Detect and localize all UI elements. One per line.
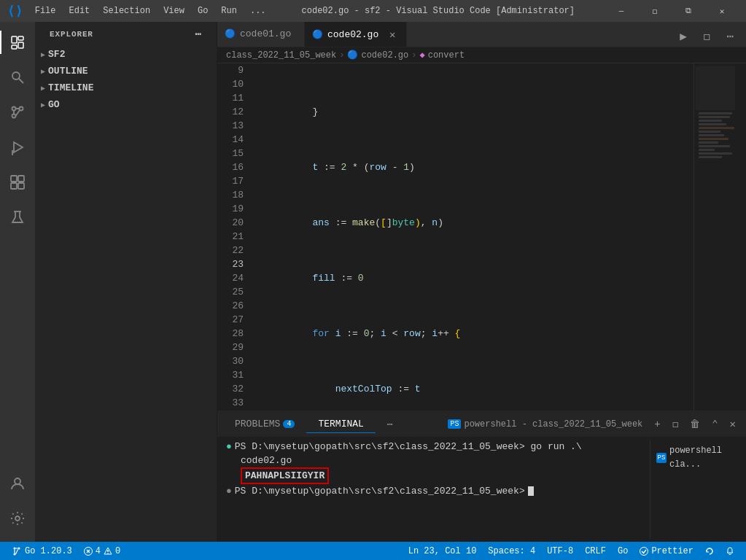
menu-file[interactable]: File: [29, 4, 62, 18]
sidebar-item-timeline[interactable]: ▶ TIMELINE: [35, 79, 217, 96]
window-title: code02.go - sf2 - Visual Studio Code [Ad…: [278, 6, 599, 16]
status-prettier[interactable]: Prettier: [634, 542, 699, 560]
terminal-output-highlight: PAHNAPLSIIGYIR: [226, 467, 329, 484]
run-button[interactable]: ▶: [673, 26, 693, 47]
sidebar-header: Explorer ⋯: [35, 22, 217, 46]
code-line-14: nextColTop := t: [267, 382, 693, 396]
timeline-label: TIMELINE: [48, 82, 93, 93]
status-errors[interactable]: 4 0: [78, 542, 126, 560]
status-eol-label: CRLF: [585, 546, 606, 556]
terminal-line-4: ● PS D:\mysetup\gopath\src\sf2\class_202…: [226, 484, 650, 498]
close-button[interactable]: ✕: [705, 0, 739, 22]
breadcrumb-icon-fn: ◆: [419, 50, 424, 61]
sidebar-item-outline[interactable]: ▶ OUTLINE: [35, 63, 217, 79]
status-bell[interactable]: [720, 542, 740, 560]
status-eol[interactable]: CRLF: [579, 542, 612, 560]
status-git[interactable]: Go 1.20.3: [6, 542, 78, 560]
activity-source-control[interactable]: [0, 95, 35, 130]
tab-actions: ▶ ◻ ⋯: [673, 26, 746, 47]
status-language[interactable]: Go: [612, 542, 634, 560]
status-ln-col: Ln 23, Col 10: [408, 546, 477, 556]
menu-edit[interactable]: Edit: [63, 4, 96, 18]
tab-code02[interactable]: 🔵 code02.go ✕: [305, 22, 407, 47]
svg-point-6: [12, 107, 16, 111]
tab-bar: 🔵 code01.go 🔵 code02.go ✕ ▶ ◻ ⋯: [217, 22, 746, 47]
sidebar-more-button[interactable]: ⋯: [195, 28, 202, 40]
sidebar-item-sf2[interactable]: ▶ SF2: [35, 46, 217, 63]
vertical-scrollbar[interactable]: [736, 63, 746, 411]
svg-point-17: [15, 516, 20, 521]
restore-button[interactable]: ⧉: [672, 0, 705, 22]
breadcrumb-part3[interactable]: convert: [428, 50, 465, 61]
main-layout: Explorer ⋯ ▶ SF2 ▶ OUTLINE ▶ TIMELINE ▶ …: [0, 22, 746, 542]
breadcrumb-part1[interactable]: class_2022_11_05_week: [226, 50, 336, 61]
split-editor-button[interactable]: ◻: [696, 26, 717, 47]
activity-test[interactable]: [0, 200, 35, 235]
menu-view[interactable]: View: [158, 4, 190, 18]
kill-terminal-button[interactable]: 🗑: [685, 417, 704, 432]
activity-extensions[interactable]: [0, 165, 35, 200]
status-spaces[interactable]: Spaces: 4: [482, 542, 541, 560]
svg-rect-1: [18, 36, 23, 40]
maximize-button[interactable]: ◻: [638, 0, 672, 22]
svg-line-5: [19, 79, 23, 83]
terminal-shell-icon[interactable]: PS powershell - class_2022_11_05_week: [443, 418, 647, 431]
bell-icon: [726, 547, 734, 556]
svg-point-18: [14, 547, 16, 549]
split-terminal-button[interactable]: ◻: [668, 416, 683, 432]
breadcrumb-part2[interactable]: code02.go: [361, 50, 408, 61]
go-label: GO: [48, 99, 60, 110]
svg-rect-3: [12, 45, 17, 49]
sf2-label: SF2: [48, 49, 65, 60]
tab-close-button[interactable]: ✕: [386, 28, 399, 41]
activity-run[interactable]: [0, 130, 35, 165]
add-terminal-button[interactable]: +: [650, 417, 664, 432]
tab-problems[interactable]: PROBLEMS 4: [223, 416, 306, 432]
status-language-label: Go: [618, 546, 628, 556]
more-label: ⋯: [387, 419, 393, 430]
activity-search[interactable]: [0, 60, 35, 95]
svg-rect-12: [18, 176, 24, 182]
panel-tab-actions: PS powershell - class_2022_11_05_week + …: [443, 416, 740, 432]
tab-terminal[interactable]: TERMINAL: [306, 416, 375, 433]
code-content[interactable]: } t := 2 * (row - 1) ans := make([]byte)…: [255, 63, 693, 411]
explorer-label: Explorer: [50, 30, 93, 39]
maximize-panel-button[interactable]: ⌃: [707, 416, 722, 432]
activity-account[interactable]: [0, 466, 35, 501]
powershell-icon: PS: [656, 453, 667, 463]
menu-run[interactable]: Run: [215, 4, 243, 18]
terminal-sidebar-powershell[interactable]: PS powershell cla...: [653, 443, 734, 473]
code-line-12: fill := 0: [267, 271, 693, 285]
minimap-content: [694, 66, 736, 411]
breadcrumb: class_2022_11_05_week › 🔵 code02.go › ◆ …: [217, 47, 746, 63]
tab-code01[interactable]: 🔵 code01.go: [217, 22, 305, 47]
activity-explorer[interactable]: [0, 25, 35, 60]
tab-more[interactable]: ⋯: [376, 416, 405, 433]
sidebar-header-actions: ⋯: [195, 28, 202, 40]
svg-rect-0: [12, 36, 17, 43]
status-encoding-label: UTF-8: [547, 546, 573, 556]
go-file-icon: 🔵: [225, 28, 236, 39]
code-editor[interactable]: 9 10 11 12 13 14 15 16 17 18 19 20 21 22…: [217, 63, 746, 411]
minimize-button[interactable]: —: [605, 0, 638, 22]
status-bar: Go 1.20.3 4 0 Ln 23, Col 10 Spaces: 4 UT…: [0, 542, 746, 560]
menu-go[interactable]: Go: [192, 4, 214, 18]
sidebar-item-go[interactable]: ▶ GO: [35, 96, 217, 113]
close-panel-button[interactable]: ✕: [726, 416, 740, 432]
chevron-right-icon: ▶: [41, 50, 45, 59]
status-position[interactable]: Ln 23, Col 10: [403, 542, 483, 560]
panel-tab-bar: PROBLEMS 4 TERMINAL ⋯ PS powershell - cl…: [217, 411, 746, 437]
more-actions-button[interactable]: ⋯: [720, 26, 740, 47]
status-encoding[interactable]: UTF-8: [541, 542, 579, 560]
menu-more[interactable]: ...: [244, 4, 272, 18]
chevron-right-icon: ▶: [41, 67, 45, 76]
window-controls: — ◻ ⧉ ✕: [605, 0, 739, 22]
activity-settings[interactable]: [0, 501, 35, 536]
menu-selection[interactable]: Selection: [97, 4, 156, 18]
terminal-main[interactable]: ● PS D:\mysetup\gopath\src\sf2\class_202…: [226, 440, 650, 539]
status-notifications[interactable]: [699, 542, 720, 560]
tab-code01-label: code01.go: [240, 28, 291, 39]
svg-rect-11: [11, 176, 17, 182]
go-file-icon: 🔵: [312, 29, 323, 40]
code-line-10: t := 2 * (row - 1): [267, 160, 693, 174]
